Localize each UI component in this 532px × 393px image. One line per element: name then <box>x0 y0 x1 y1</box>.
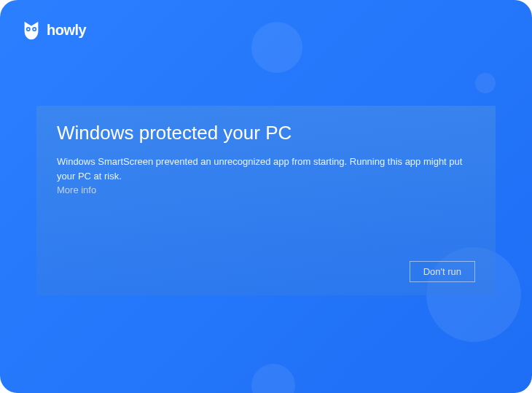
background-container: howly Windows protected your PC Windows … <box>0 0 532 393</box>
decorative-circle <box>251 22 302 73</box>
svg-point-3 <box>34 28 35 30</box>
more-info-link[interactable]: More info <box>57 184 475 195</box>
decorative-circle <box>475 73 496 93</box>
brand-name: howly <box>47 22 86 39</box>
dialog-footer: Don't run <box>57 261 475 282</box>
dialog-title: Windows protected your PC <box>57 122 475 144</box>
smartscreen-dialog: Windows protected your PC Windows SmartS… <box>36 106 496 295</box>
svg-point-2 <box>28 28 29 30</box>
dialog-message: Windows SmartScreen prevented an unrecog… <box>57 155 475 183</box>
decorative-circle <box>251 364 295 393</box>
brand-logo: howly <box>20 19 86 41</box>
dont-run-button[interactable]: Don't run <box>410 261 475 282</box>
owl-icon <box>20 19 42 41</box>
